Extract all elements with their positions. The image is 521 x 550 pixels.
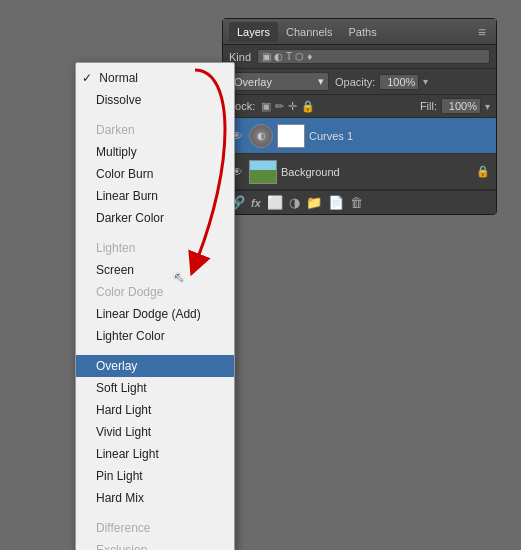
blend-mode-linear-light[interactable]: Linear Light [76, 443, 234, 465]
tab-layers[interactable]: Layers [229, 22, 278, 42]
kind-toolbar: Kind ▣ ◐ T ⬡ ♦ [223, 45, 496, 69]
blend-mode-lighten: Lighten [76, 237, 234, 259]
blend-mode-multiply[interactable]: Multiply [76, 141, 234, 163]
opacity-arrow: ▾ [423, 76, 428, 87]
tab-channels[interactable]: Channels [278, 22, 340, 42]
layers-list: 👁 ◐ Curves 1 👁 Background 🔒 [223, 118, 496, 190]
panel-footer: 🔗 fx ⬜ ◑ 📁 📄 🗑 [223, 190, 496, 214]
adjustment-layer-icon[interactable]: ◑ [289, 195, 300, 210]
lock-position-icon[interactable]: ✏ [275, 100, 284, 113]
kind-dropdown[interactable]: ▣ ◐ T ⬡ ♦ [257, 49, 490, 64]
smart-icon: ♦ [307, 51, 312, 62]
add-mask-icon[interactable]: ⬜ [267, 195, 283, 210]
panel-menu-button[interactable]: ≡ [474, 24, 490, 40]
separator [76, 509, 234, 517]
blend-mode-hard-light[interactable]: Hard Light [76, 399, 234, 421]
new-group-icon[interactable]: 📁 [306, 195, 322, 210]
new-layer-icon[interactable]: 📄 [328, 195, 344, 210]
blend-mode-screen[interactable]: Screen [76, 259, 234, 281]
blend-mode-vivid-light[interactable]: Vivid Light [76, 421, 234, 443]
layers-panel: Layers Channels Paths ≡ Kind ▣ ◐ T ⬡ ♦ O… [222, 18, 497, 215]
blend-mode-pin-light[interactable]: Pin Light [76, 465, 234, 487]
fill-row: Fill: 100% ▾ [420, 98, 490, 114]
type-icon: T [286, 51, 292, 62]
adjust-icon: ◐ [274, 51, 283, 62]
layer-name: Curves 1 [309, 130, 490, 142]
blend-mode-color-burn[interactable]: Color Burn [76, 163, 234, 185]
blend-mode-soft-light[interactable]: Soft Light [76, 377, 234, 399]
lock-pixels-icon[interactable]: ▣ [261, 100, 271, 113]
lock-move-icon[interactable]: ✛ [288, 100, 297, 113]
separator [76, 229, 234, 237]
blend-mode-lighter-color[interactable]: Lighter Color [76, 325, 234, 347]
opacity-input[interactable]: 100% [379, 74, 419, 90]
blend-mode-hard-mix[interactable]: Hard Mix [76, 487, 234, 509]
panel-header: Layers Channels Paths ≡ [223, 19, 496, 45]
layer-thumbnail [249, 160, 277, 184]
layer-lock-icon: 🔒 [476, 165, 490, 178]
fill-input[interactable]: 100% [441, 98, 481, 114]
blend-mode-dropdown[interactable]: Overlay ▾ [229, 72, 329, 91]
panel-tabs: Layers Channels Paths [229, 22, 474, 42]
pixel-icon: ▣ [262, 51, 271, 62]
layer-mask-thumbnail [277, 124, 305, 148]
opacity-label: Opacity: [335, 76, 375, 88]
blend-mode-overlay[interactable]: Overlay [76, 355, 234, 377]
blend-mode-linear-dodge[interactable]: Linear Dodge (Add) [76, 303, 234, 325]
lock-icons: ▣ ✏ ✛ 🔒 [261, 100, 414, 113]
blend-mode-menu: ✓ Normal Dissolve Darken Multiply Color … [75, 62, 235, 550]
blend-mode-difference: Difference [76, 517, 234, 539]
lock-all-icon[interactable]: 🔒 [301, 100, 315, 113]
layer-item[interactable]: 👁 Background 🔒 [223, 154, 496, 190]
blend-mode-value: Overlay [234, 76, 272, 88]
kind-icons: ▣ ◐ T ⬡ ♦ [262, 51, 312, 62]
blend-mode-dissolve[interactable]: Dissolve [76, 89, 234, 111]
fill-label: Fill: [420, 100, 437, 112]
layer-fx-icon[interactable]: fx [251, 197, 261, 209]
separator [76, 347, 234, 355]
blend-mode-linear-burn[interactable]: Linear Burn [76, 185, 234, 207]
layer-item[interactable]: 👁 ◐ Curves 1 [223, 118, 496, 154]
checkmark-icon: ✓ [82, 71, 92, 85]
kind-label: Kind [229, 51, 251, 63]
tab-paths[interactable]: Paths [341, 22, 385, 42]
blend-mode-color-dodge: Color Dodge [76, 281, 234, 303]
blend-mode-exclusion: Exclusion [76, 539, 234, 550]
blend-mode-darken: Darken [76, 119, 234, 141]
separator [76, 111, 234, 119]
delete-layer-icon[interactable]: 🗑 [350, 195, 363, 210]
blend-dropdown-arrow: ▾ [318, 75, 324, 88]
blend-opacity-row: Overlay ▾ Opacity: 100% ▾ [223, 69, 496, 95]
layer-name: Background [281, 166, 472, 178]
layer-adjustment-icon: ◐ [249, 124, 273, 148]
fill-arrow: ▾ [485, 101, 490, 112]
blend-mode-darker-color[interactable]: Darker Color [76, 207, 234, 229]
blend-mode-normal[interactable]: ✓ Normal [76, 67, 234, 89]
opacity-row: Opacity: 100% ▾ [335, 74, 428, 90]
lock-row: Lock: ▣ ✏ ✛ 🔒 Fill: 100% ▾ [223, 95, 496, 118]
shape-icon: ⬡ [295, 51, 304, 62]
